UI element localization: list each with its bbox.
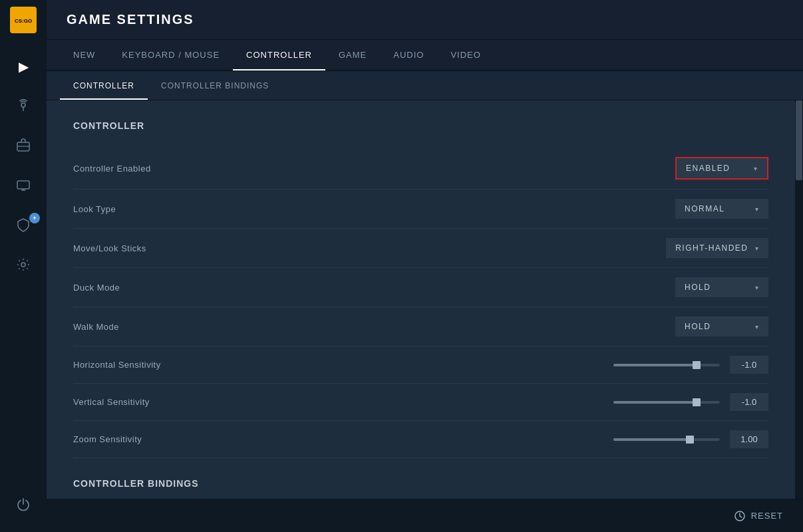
bindings-section: Controller Bindings Fire MOUSE1 Alternat… [73, 478, 768, 499]
vertical-sensitivity-input[interactable]: -1.0 [730, 393, 768, 411]
nav-item-game[interactable]: Game [325, 39, 380, 70]
setting-row-move-look-sticks: Move/Look Sticks RIGHT-HANDED ▾ [73, 229, 768, 268]
power-icon [16, 497, 31, 515]
sidebar-item-settings[interactable] [0, 246, 47, 286]
chevron-down-icon: ▾ [754, 165, 758, 172]
nav-item-new[interactable]: New [60, 39, 108, 70]
setting-row-horizontal-sensitivity: Horizontal Sensitivity -1.0 [73, 346, 768, 384]
antenna-icon [16, 98, 31, 116]
sidebar-logo: CS:GO [0, 0, 47, 40]
vertical-sensitivity-slider[interactable] [613, 401, 720, 404]
sidebar-item-antenna[interactable] [0, 86, 47, 126]
zoom-sensitivity-slider[interactable] [613, 438, 720, 441]
look-type-dropdown[interactable]: NORMAL ▾ [675, 199, 768, 219]
footer: RESET [47, 499, 803, 532]
scrollbar-track [795, 100, 803, 499]
sidebar-item-tv[interactable] [0, 166, 47, 206]
move-look-sticks-label: Move/Look Sticks [73, 243, 666, 253]
sidebar-bottom [0, 485, 47, 532]
nav-item-controller[interactable]: Controller [233, 39, 325, 70]
move-look-sticks-dropdown[interactable]: RIGHT-HANDED ▾ [666, 238, 768, 258]
horizontal-sensitivity-value: -1.0 [613, 356, 768, 374]
chevron-down-icon: ▾ [755, 323, 760, 331]
horizontal-sensitivity-label: Horizontal Sensitivity [73, 360, 613, 370]
csgo-logo: CS:GO [10, 7, 37, 33]
slider-fill [613, 401, 697, 404]
sidebar: CS:GO ▶ [0, 0, 47, 532]
duck-mode-value: HOLD ▾ [675, 277, 768, 297]
move-look-sticks-value: RIGHT-HANDED ▾ [666, 238, 768, 258]
controller-enabled-label: Controller Enabled [73, 164, 675, 174]
zoom-sensitivity-input[interactable]: 1.00 [730, 430, 768, 448]
slider-thumb [686, 436, 694, 444]
svg-point-9 [21, 263, 25, 267]
duck-mode-label: Duck Mode [73, 283, 675, 293]
shield-icon [16, 217, 31, 235]
main-content: GAME SETTINGS New Keyboard / Mouse Contr… [47, 0, 803, 532]
svg-text:CS:GO: CS:GO [15, 18, 32, 24]
setting-row-walk-mode: Walk Mode HOLD ▾ [73, 307, 768, 346]
reset-label: RESET [751, 511, 783, 521]
sub-nav-controller[interactable]: Controller [60, 71, 148, 100]
chevron-down-icon: ▾ [755, 205, 760, 213]
horizontal-sensitivity-slider[interactable] [613, 364, 720, 366]
zoom-sensitivity-value: 1.00 [613, 430, 768, 448]
reset-button[interactable]: RESET [734, 510, 783, 522]
nav-item-video[interactable]: Video [437, 39, 494, 70]
page-title: GAME SETTINGS [67, 12, 194, 27]
slider-thumb [693, 398, 701, 406]
chevron-down-icon: ▾ [755, 245, 760, 252]
vertical-sensitivity-value: -1.0 [613, 393, 768, 411]
setting-row-look-type: Look Type NORMAL ▾ [73, 190, 768, 229]
header: GAME SETTINGS [47, 0, 803, 40]
content-area: Controller Controller Enabled ENABLED ▾ … [47, 100, 803, 499]
sub-nav-controller-bindings[interactable]: Controller Bindings [148, 71, 282, 100]
walk-mode-value: HOLD ▾ [675, 317, 768, 336]
slider-fill [613, 364, 697, 366]
horizontal-sensitivity-input[interactable]: -1.0 [730, 356, 768, 374]
sidebar-item-briefcase[interactable] [0, 126, 47, 166]
svg-rect-6 [17, 181, 29, 189]
sidebar-icon-list: ▶ [0, 40, 47, 286]
look-type-value: NORMAL ▾ [675, 199, 768, 219]
top-nav: New Keyboard / Mouse Controller Game Aud… [47, 40, 803, 71]
setting-row-vertical-sensitivity: Vertical Sensitivity -1.0 [73, 384, 768, 421]
walk-mode-dropdown[interactable]: HOLD ▾ [675, 317, 768, 336]
scrollbar-thumb[interactable] [796, 100, 802, 180]
controller-enabled-dropdown[interactable]: ENABLED ▾ [675, 157, 768, 180]
content-main: Controller Controller Enabled ENABLED ▾ … [47, 100, 795, 499]
bindings-section-title: Controller Bindings [73, 478, 768, 492]
shield-badge: + [29, 213, 40, 223]
sidebar-item-shield[interactable]: + [0, 206, 47, 246]
svg-point-2 [21, 103, 25, 107]
duck-mode-dropdown[interactable]: HOLD ▾ [675, 277, 768, 297]
sidebar-item-power[interactable] [0, 485, 47, 525]
briefcase-icon [16, 138, 31, 155]
sub-nav: Controller Controller Bindings [47, 71, 803, 100]
sidebar-item-play[interactable]: ▶ [0, 47, 47, 86]
tv-icon [16, 178, 31, 195]
nav-item-keyboard-mouse[interactable]: Keyboard / Mouse [108, 39, 233, 70]
controller-enabled-value: ENABLED ▾ [675, 157, 768, 180]
nav-item-audio[interactable]: Audio [380, 39, 437, 70]
setting-row-zoom-sensitivity: Zoom Sensitivity 1.00 [73, 421, 768, 458]
controller-section: Controller Controller Enabled ENABLED ▾ … [73, 120, 768, 458]
controller-section-title: Controller [73, 120, 768, 134]
chevron-down-icon: ▾ [755, 284, 760, 291]
walk-mode-label: Walk Mode [73, 322, 675, 332]
slider-fill [613, 438, 690, 441]
slider-thumb [693, 361, 701, 369]
zoom-sensitivity-label: Zoom Sensitivity [73, 434, 613, 444]
setting-row-controller-enabled: Controller Enabled ENABLED ▾ [73, 148, 768, 190]
look-type-label: Look Type [73, 204, 675, 214]
reset-icon [734, 510, 746, 522]
vertical-sensitivity-label: Vertical Sensitivity [73, 397, 613, 407]
gear-icon [16, 257, 31, 275]
setting-row-duck-mode: Duck Mode HOLD ▾ [73, 268, 768, 307]
play-icon: ▶ [19, 59, 29, 74]
